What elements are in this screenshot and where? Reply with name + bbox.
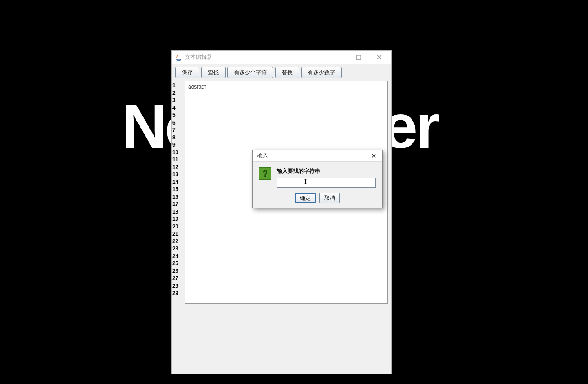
line-number: 2 bbox=[172, 89, 185, 97]
line-number: 20 bbox=[172, 223, 185, 231]
line-number: 26 bbox=[172, 268, 185, 275]
dialog-close-button[interactable]: ✕ bbox=[367, 152, 380, 160]
line-number: 21 bbox=[172, 230, 185, 238]
dialog-body: ? 输入要找的字符串: bbox=[253, 162, 382, 191]
line-number: 7 bbox=[172, 126, 185, 134]
java-icon bbox=[175, 54, 182, 61]
dialog-titlebar[interactable]: 输入 ✕ bbox=[253, 150, 382, 162]
line-number: 11 bbox=[172, 156, 185, 164]
cancel-button[interactable]: 取消 bbox=[319, 193, 340, 203]
line-number: 13 bbox=[172, 171, 185, 179]
line-number: 23 bbox=[172, 245, 185, 253]
ok-button[interactable]: 确定 bbox=[295, 193, 316, 203]
text-cursor-icon: I bbox=[304, 178, 307, 186]
line-number: 5 bbox=[172, 112, 185, 119]
line-number-gutter: 1234567891011121314151617181920212223242… bbox=[172, 81, 185, 304]
line-number: 22 bbox=[172, 238, 185, 246]
window-controls: ─ ☐ ✕ bbox=[327, 51, 389, 64]
find-button[interactable]: 查找 bbox=[201, 67, 226, 78]
replace-button[interactable]: 替换 bbox=[275, 67, 299, 78]
line-number: 4 bbox=[172, 104, 185, 112]
window-titlebar[interactable]: 文本编辑器 ─ ☐ ✕ bbox=[172, 51, 391, 64]
line-number: 9 bbox=[172, 141, 185, 149]
line-number: 15 bbox=[172, 186, 185, 193]
dialog-prompt: 输入要找的字符串: bbox=[277, 167, 376, 175]
line-number: 28 bbox=[172, 282, 185, 290]
line-number: 25 bbox=[172, 260, 185, 268]
line-number: 14 bbox=[172, 179, 185, 186]
line-number: 1 bbox=[172, 82, 185, 89]
line-number: 29 bbox=[172, 290, 185, 297]
minimize-button[interactable]: ─ bbox=[327, 51, 348, 64]
char-count-button[interactable]: 有多少个字符 bbox=[227, 67, 273, 78]
line-number: 16 bbox=[172, 193, 185, 201]
window-title: 文本编辑器 bbox=[185, 54, 327, 61]
line-number: 10 bbox=[172, 149, 185, 156]
toolbar: 保存 查找 有多少个字符 替换 有多少数字 bbox=[172, 64, 391, 81]
line-number: 8 bbox=[172, 134, 185, 142]
line-number: 12 bbox=[172, 164, 185, 171]
line-number: 18 bbox=[172, 208, 185, 216]
dialog-title: 输入 bbox=[257, 152, 367, 160]
editor-window: 文本编辑器 ─ ☐ ✕ 保存 查找 有多少个字符 替换 有多少数字 123456… bbox=[171, 50, 392, 374]
line-number: 19 bbox=[172, 215, 185, 223]
question-icon: ? bbox=[259, 167, 271, 180]
close-button[interactable]: ✕ bbox=[369, 51, 389, 64]
save-button[interactable]: 保存 bbox=[175, 67, 199, 78]
input-dialog: 输入 ✕ ? 输入要找的字符串: 确定 取消 bbox=[252, 150, 383, 208]
line-number: 17 bbox=[172, 201, 185, 208]
dialog-buttons: 确定 取消 bbox=[253, 191, 382, 208]
line-number: 3 bbox=[172, 97, 185, 104]
find-input[interactable] bbox=[277, 178, 376, 188]
digit-count-button[interactable]: 有多少数字 bbox=[301, 67, 342, 78]
line-number: 27 bbox=[172, 275, 185, 282]
line-number: 24 bbox=[172, 253, 185, 260]
maximize-button[interactable]: ☐ bbox=[348, 51, 369, 64]
line-number: 6 bbox=[172, 119, 185, 127]
